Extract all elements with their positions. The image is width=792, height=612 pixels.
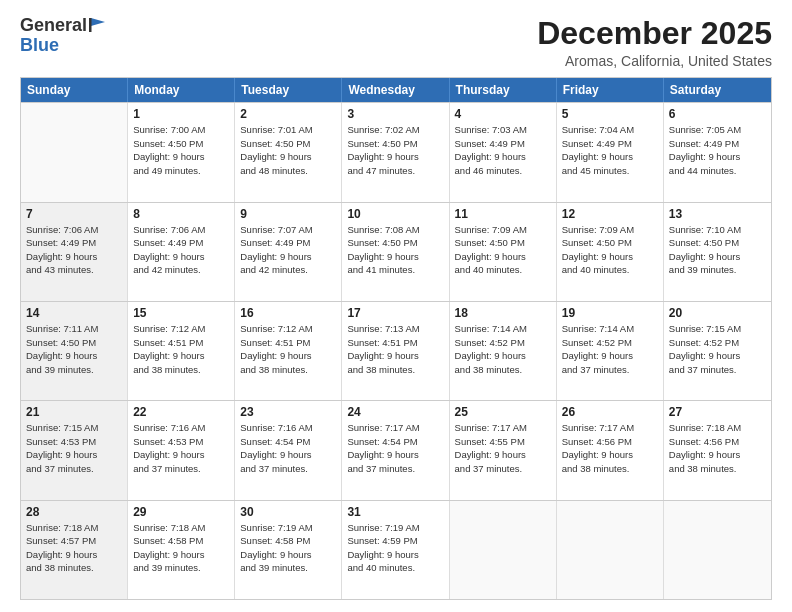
day-info: Sunrise: 7:12 AM Sunset: 4:51 PM Dayligh… <box>240 323 312 375</box>
day-cell-27: 27Sunrise: 7:18 AM Sunset: 4:56 PM Dayli… <box>664 401 771 499</box>
week-row-5: 28Sunrise: 7:18 AM Sunset: 4:57 PM Dayli… <box>21 500 771 599</box>
day-number: 16 <box>240 305 336 321</box>
day-number: 28 <box>26 504 122 520</box>
day-cell-7: 7Sunrise: 7:06 AM Sunset: 4:49 PM Daylig… <box>21 203 128 301</box>
empty-cell <box>557 501 664 599</box>
day-cell-20: 20Sunrise: 7:15 AM Sunset: 4:52 PM Dayli… <box>664 302 771 400</box>
day-info: Sunrise: 7:03 AM Sunset: 4:49 PM Dayligh… <box>455 124 527 176</box>
header-day-thursday: Thursday <box>450 78 557 102</box>
day-info: Sunrise: 7:09 AM Sunset: 4:50 PM Dayligh… <box>455 224 527 276</box>
week-row-4: 21Sunrise: 7:15 AM Sunset: 4:53 PM Dayli… <box>21 400 771 499</box>
day-info: Sunrise: 7:11 AM Sunset: 4:50 PM Dayligh… <box>26 323 98 375</box>
empty-cell <box>664 501 771 599</box>
day-cell-4: 4Sunrise: 7:03 AM Sunset: 4:49 PM Daylig… <box>450 103 557 201</box>
day-cell-8: 8Sunrise: 7:06 AM Sunset: 4:49 PM Daylig… <box>128 203 235 301</box>
day-number: 8 <box>133 206 229 222</box>
day-info: Sunrise: 7:04 AM Sunset: 4:49 PM Dayligh… <box>562 124 634 176</box>
calendar: SundayMondayTuesdayWednesdayThursdayFrid… <box>20 77 772 600</box>
day-cell-2: 2Sunrise: 7:01 AM Sunset: 4:50 PM Daylig… <box>235 103 342 201</box>
day-number: 7 <box>26 206 122 222</box>
day-cell-12: 12Sunrise: 7:09 AM Sunset: 4:50 PM Dayli… <box>557 203 664 301</box>
day-info: Sunrise: 7:16 AM Sunset: 4:53 PM Dayligh… <box>133 422 205 474</box>
day-info: Sunrise: 7:19 AM Sunset: 4:58 PM Dayligh… <box>240 522 312 574</box>
day-info: Sunrise: 7:17 AM Sunset: 4:56 PM Dayligh… <box>562 422 634 474</box>
day-info: Sunrise: 7:18 AM Sunset: 4:57 PM Dayligh… <box>26 522 98 574</box>
day-number: 9 <box>240 206 336 222</box>
day-cell-15: 15Sunrise: 7:12 AM Sunset: 4:51 PM Dayli… <box>128 302 235 400</box>
main-title: December 2025 <box>537 16 772 51</box>
day-cell-9: 9Sunrise: 7:07 AM Sunset: 4:49 PM Daylig… <box>235 203 342 301</box>
day-cell-10: 10Sunrise: 7:08 AM Sunset: 4:50 PM Dayli… <box>342 203 449 301</box>
day-cell-11: 11Sunrise: 7:09 AM Sunset: 4:50 PM Dayli… <box>450 203 557 301</box>
day-cell-23: 23Sunrise: 7:16 AM Sunset: 4:54 PM Dayli… <box>235 401 342 499</box>
subtitle: Aromas, California, United States <box>537 53 772 69</box>
header-day-monday: Monday <box>128 78 235 102</box>
day-number: 12 <box>562 206 658 222</box>
week-row-3: 14Sunrise: 7:11 AM Sunset: 4:50 PM Dayli… <box>21 301 771 400</box>
day-cell-28: 28Sunrise: 7:18 AM Sunset: 4:57 PM Dayli… <box>21 501 128 599</box>
day-number: 6 <box>669 106 766 122</box>
day-number: 4 <box>455 106 551 122</box>
header-day-wednesday: Wednesday <box>342 78 449 102</box>
logo: General Blue <box>20 16 107 56</box>
day-cell-22: 22Sunrise: 7:16 AM Sunset: 4:53 PM Dayli… <box>128 401 235 499</box>
day-number: 21 <box>26 404 122 420</box>
day-number: 3 <box>347 106 443 122</box>
day-info: Sunrise: 7:18 AM Sunset: 4:56 PM Dayligh… <box>669 422 741 474</box>
header-day-sunday: Sunday <box>21 78 128 102</box>
day-cell-18: 18Sunrise: 7:14 AM Sunset: 4:52 PM Dayli… <box>450 302 557 400</box>
day-info: Sunrise: 7:10 AM Sunset: 4:50 PM Dayligh… <box>669 224 741 276</box>
day-cell-26: 26Sunrise: 7:17 AM Sunset: 4:56 PM Dayli… <box>557 401 664 499</box>
day-cell-6: 6Sunrise: 7:05 AM Sunset: 4:49 PM Daylig… <box>664 103 771 201</box>
svg-marker-0 <box>91 18 105 26</box>
day-info: Sunrise: 7:06 AM Sunset: 4:49 PM Dayligh… <box>133 224 205 276</box>
day-number: 11 <box>455 206 551 222</box>
day-cell-19: 19Sunrise: 7:14 AM Sunset: 4:52 PM Dayli… <box>557 302 664 400</box>
day-info: Sunrise: 7:02 AM Sunset: 4:50 PM Dayligh… <box>347 124 419 176</box>
day-number: 27 <box>669 404 766 420</box>
day-number: 2 <box>240 106 336 122</box>
logo-general: General <box>20 15 87 35</box>
day-info: Sunrise: 7:07 AM Sunset: 4:49 PM Dayligh… <box>240 224 312 276</box>
day-number: 17 <box>347 305 443 321</box>
logo-flag-icon <box>89 18 107 32</box>
day-cell-31: 31Sunrise: 7:19 AM Sunset: 4:59 PM Dayli… <box>342 501 449 599</box>
day-info: Sunrise: 7:12 AM Sunset: 4:51 PM Dayligh… <box>133 323 205 375</box>
day-info: Sunrise: 7:16 AM Sunset: 4:54 PM Dayligh… <box>240 422 312 474</box>
day-cell-30: 30Sunrise: 7:19 AM Sunset: 4:58 PM Dayli… <box>235 501 342 599</box>
title-block: December 2025 Aromas, California, United… <box>537 16 772 69</box>
logo-text: General <box>20 16 107 36</box>
day-info: Sunrise: 7:15 AM Sunset: 4:52 PM Dayligh… <box>669 323 741 375</box>
header-day-tuesday: Tuesday <box>235 78 342 102</box>
day-number: 26 <box>562 404 658 420</box>
day-number: 30 <box>240 504 336 520</box>
week-row-1: 1Sunrise: 7:00 AM Sunset: 4:50 PM Daylig… <box>21 102 771 201</box>
empty-cell <box>450 501 557 599</box>
day-info: Sunrise: 7:06 AM Sunset: 4:49 PM Dayligh… <box>26 224 98 276</box>
page: General Blue December 2025 Aromas, Calif… <box>0 0 792 612</box>
day-number: 10 <box>347 206 443 222</box>
day-info: Sunrise: 7:08 AM Sunset: 4:50 PM Dayligh… <box>347 224 419 276</box>
day-info: Sunrise: 7:18 AM Sunset: 4:58 PM Dayligh… <box>133 522 205 574</box>
header-day-friday: Friday <box>557 78 664 102</box>
day-number: 1 <box>133 106 229 122</box>
calendar-header: SundayMondayTuesdayWednesdayThursdayFrid… <box>21 78 771 102</box>
day-info: Sunrise: 7:00 AM Sunset: 4:50 PM Dayligh… <box>133 124 205 176</box>
day-info: Sunrise: 7:13 AM Sunset: 4:51 PM Dayligh… <box>347 323 419 375</box>
day-info: Sunrise: 7:14 AM Sunset: 4:52 PM Dayligh… <box>562 323 634 375</box>
day-info: Sunrise: 7:05 AM Sunset: 4:49 PM Dayligh… <box>669 124 741 176</box>
day-number: 23 <box>240 404 336 420</box>
day-cell-16: 16Sunrise: 7:12 AM Sunset: 4:51 PM Dayli… <box>235 302 342 400</box>
day-number: 24 <box>347 404 443 420</box>
day-number: 5 <box>562 106 658 122</box>
header-day-saturday: Saturday <box>664 78 771 102</box>
day-info: Sunrise: 7:09 AM Sunset: 4:50 PM Dayligh… <box>562 224 634 276</box>
day-cell-21: 21Sunrise: 7:15 AM Sunset: 4:53 PM Dayli… <box>21 401 128 499</box>
day-cell-17: 17Sunrise: 7:13 AM Sunset: 4:51 PM Dayli… <box>342 302 449 400</box>
calendar-body: 1Sunrise: 7:00 AM Sunset: 4:50 PM Daylig… <box>21 102 771 599</box>
day-cell-5: 5Sunrise: 7:04 AM Sunset: 4:49 PM Daylig… <box>557 103 664 201</box>
day-number: 19 <box>562 305 658 321</box>
day-cell-24: 24Sunrise: 7:17 AM Sunset: 4:54 PM Dayli… <box>342 401 449 499</box>
day-number: 25 <box>455 404 551 420</box>
day-cell-14: 14Sunrise: 7:11 AM Sunset: 4:50 PM Dayli… <box>21 302 128 400</box>
